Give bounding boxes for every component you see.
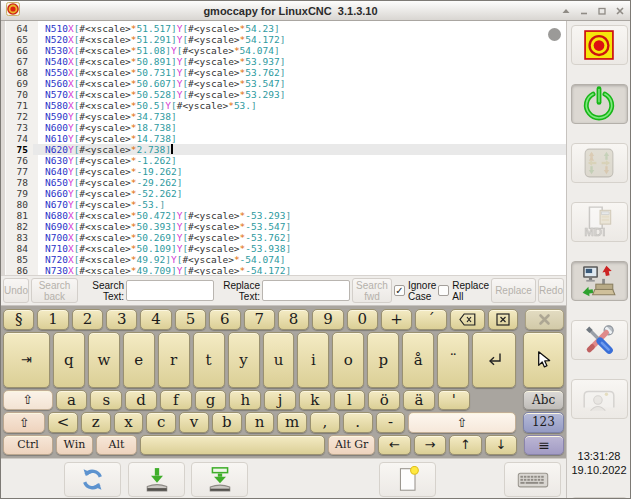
key-a[interactable]: a <box>56 390 88 411</box>
user-tools-button[interactable] <box>571 379 628 419</box>
key-+[interactable]: + <box>381 309 412 330</box>
key-´[interactable]: ´ <box>415 309 446 330</box>
replace-all-checkbox[interactable] <box>438 285 449 296</box>
key-6[interactable]: 6 <box>209 309 240 330</box>
key-u[interactable]: u <box>263 332 295 388</box>
layout-123-key[interactable]: 123 <box>523 412 564 433</box>
key-8[interactable]: 8 <box>278 309 309 330</box>
key-q[interactable]: q <box>53 332 85 388</box>
redo-button[interactable]: Redo <box>538 278 564 303</box>
enter-key[interactable] <box>472 332 516 388</box>
key-0[interactable]: 0 <box>347 309 378 330</box>
delete-key[interactable] <box>488 309 518 330</box>
key-¨[interactable]: ¨ <box>437 332 469 388</box>
layout-abc-key[interactable]: Abc <box>523 390 564 411</box>
key-k[interactable]: k <box>299 390 331 411</box>
key-4[interactable]: 4 <box>140 309 171 330</box>
mdi-mode-button[interactable]: MDI <box>571 202 628 242</box>
gcode-lines: 64N510X[#<xscale>*51.517]Y[#<yscale>*54.… <box>6 21 566 275</box>
space-key[interactable] <box>140 435 325 456</box>
close-window-button[interactable] <box>615 6 625 16</box>
arrow-right-key[interactable]: → <box>414 435 447 456</box>
key-§[interactable]: § <box>3 309 34 330</box>
arrow-down-key[interactable]: ↓ <box>485 435 518 456</box>
key-7[interactable]: 7 <box>244 309 275 330</box>
key-e[interactable]: e <box>123 332 155 388</box>
key-,[interactable]: , <box>310 412 340 433</box>
power-button[interactable] <box>571 84 628 124</box>
key-s[interactable]: s <box>90 390 122 411</box>
key-x[interactable]: x <box>114 412 144 433</box>
ignore-case-checkbox[interactable]: ✓ <box>394 285 405 296</box>
caps-key[interactable]: ⇧ <box>3 390 53 411</box>
key-t[interactable]: t <box>193 332 225 388</box>
menu-key[interactable]: ≡ <box>524 435 564 456</box>
key-m[interactable]: m <box>277 412 307 433</box>
altgr-key[interactable]: Alt Gr <box>328 435 375 456</box>
key-f[interactable]: f <box>160 390 192 411</box>
key-9[interactable]: 9 <box>312 309 343 330</box>
key-j[interactable]: j <box>264 390 296 411</box>
key-ö[interactable]: ö <box>368 390 400 411</box>
pointer-key[interactable] <box>523 332 564 388</box>
key-d[interactable]: d <box>125 390 157 411</box>
gcode-editor[interactable]: 64N510X[#<xscale>*51.517]Y[#<yscale>*54.… <box>1 21 566 275</box>
key-å[interactable]: å <box>402 332 434 388</box>
key-w[interactable]: w <box>88 332 120 388</box>
key-ä[interactable]: ä <box>403 390 435 411</box>
key-1[interactable]: 1 <box>37 309 68 330</box>
arrow-left-key[interactable]: ← <box>378 435 411 456</box>
estop-button[interactable] <box>571 25 628 65</box>
key-3[interactable]: 3 <box>106 309 137 330</box>
key-o[interactable]: o <box>332 332 364 388</box>
keyboard-close-key[interactable] <box>525 309 564 330</box>
win-key[interactable]: Win <box>56 435 93 456</box>
arrow-up-key[interactable]: ↑ <box>449 435 482 456</box>
key-i[interactable]: i <box>297 332 329 388</box>
key-b[interactable]: b <box>212 412 242 433</box>
minimize-button[interactable] <box>579 6 589 16</box>
scroll-indicator[interactable] <box>548 28 561 41</box>
shade-window-button[interactable] <box>561 6 571 16</box>
keyboard-toggle-button[interactable] <box>504 462 561 497</box>
alt-key[interactable]: Alt <box>96 435 137 456</box>
key-.[interactable]: . <box>343 412 373 433</box>
key-g[interactable]: g <box>195 390 227 411</box>
tab-key[interactable]: ⇥ <box>3 332 50 388</box>
key-h[interactable]: h <box>229 390 261 411</box>
settings-button[interactable] <box>571 320 628 360</box>
key-5[interactable]: 5 <box>175 309 206 330</box>
key-r[interactable]: r <box>158 332 190 388</box>
new-file-button[interactable] <box>379 462 436 497</box>
svg-text:MDI: MDI <box>584 225 605 238</box>
search-fwd-button[interactable]: Search fwd <box>352 278 392 303</box>
backspace-key[interactable] <box>450 309 486 330</box>
save-file-button[interactable] <box>128 462 185 497</box>
shift-right-key[interactable]: ⇧ <box>408 412 515 433</box>
reload-file-button[interactable] <box>64 462 121 497</box>
key-z[interactable]: z <box>81 412 111 433</box>
replace-text-input[interactable] <box>262 280 350 301</box>
key-c[interactable]: c <box>146 412 176 433</box>
key-<[interactable]: < <box>48 412 78 433</box>
key-l[interactable]: l <box>334 390 366 411</box>
shift-left-key[interactable]: ⇧ <box>3 412 45 433</box>
key-'[interactable]: ' <box>438 390 470 411</box>
manual-mode-button[interactable] <box>571 143 628 183</box>
key-2[interactable]: 2 <box>72 309 103 330</box>
search-back-button[interactable]: Search back <box>31 278 78 303</box>
gcode-line: 73N600Y[#<yscale>*18.738] <box>6 122 566 133</box>
auto-mode-button[interactable] <box>571 261 628 301</box>
undo-button[interactable]: Undo <box>3 278 29 303</box>
key-v[interactable]: v <box>179 412 209 433</box>
key-n[interactable]: n <box>245 412 275 433</box>
gcode-line: 78N650Y[#<yscale>*-29.262] <box>6 177 566 188</box>
key-y[interactable]: y <box>228 332 260 388</box>
search-text-input[interactable] <box>126 280 214 301</box>
ctrl-key[interactable]: Ctrl <box>3 435 53 456</box>
replace-button[interactable]: Replace <box>491 278 536 303</box>
key-p[interactable]: p <box>367 332 399 388</box>
save-as-button[interactable] <box>191 462 248 497</box>
maximize-button[interactable] <box>597 6 607 16</box>
key--[interactable]: - <box>376 412 406 433</box>
